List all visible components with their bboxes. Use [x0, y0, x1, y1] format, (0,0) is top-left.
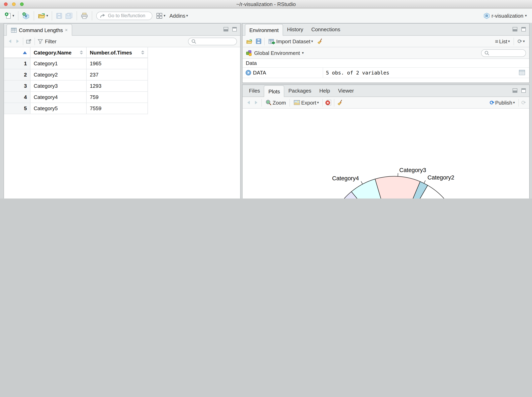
maximize-pane-icon[interactable]	[232, 27, 237, 32]
table-row[interactable]: 1Category11965	[4, 58, 148, 69]
save-all-icon	[65, 12, 73, 19]
goto-file-search[interactable]	[96, 12, 152, 20]
tab-command-lengths[interactable]: Command Lengths ×	[6, 24, 72, 36]
remove-plot-icon[interactable]	[325, 99, 332, 106]
open-file-button[interactable]: ▾	[36, 11, 49, 20]
list-icon: ≡	[495, 38, 498, 44]
publish-button[interactable]: ⟳ Publish ▾	[488, 99, 516, 106]
print-button[interactable]	[79, 12, 89, 20]
project-name-label: r-visualization	[492, 13, 523, 19]
save-workspace-icon[interactable]	[255, 38, 262, 44]
environment-search-box[interactable]	[481, 49, 526, 57]
search-icon	[484, 50, 489, 56]
load-workspace-folder-icon[interactable]	[246, 38, 253, 44]
clear-all-plots-broom-icon[interactable]	[337, 99, 343, 106]
plots-tabstrip: Files Plots Packages Help Viewer	[242, 85, 529, 97]
environment-view-list-button[interactable]: ≡ List ▾	[494, 37, 511, 45]
svg-text:R: R	[486, 14, 488, 18]
filter-icon[interactable]	[37, 38, 43, 44]
import-dataset-caret: ▾	[311, 39, 313, 43]
maximize-pane-icon[interactable]	[521, 27, 526, 32]
pie-label-Category3: Category3	[399, 167, 426, 173]
new-project-button[interactable]: R	[21, 11, 31, 20]
new-file-button[interactable]: ▾	[3, 11, 15, 20]
pane-layout-grid-icon	[156, 12, 163, 19]
new-file-caret: ▾	[13, 14, 14, 18]
export-plot-button[interactable]: Export ▾	[292, 99, 320, 106]
column-header-category-name[interactable]: Category.Name	[31, 47, 87, 58]
refresh-caret: ▾	[523, 39, 525, 43]
pie-label-tick	[424, 180, 425, 183]
goto-file-input[interactable]	[107, 12, 147, 19]
clear-environment-broom-icon[interactable]	[317, 38, 323, 44]
table-search-box[interactable]	[188, 37, 237, 45]
open-in-new-window-icon[interactable]	[26, 38, 32, 44]
table-row[interactable]: 5Category57559	[4, 103, 148, 114]
window-titlebar: ~/r-visualization - RStudio	[0, 0, 532, 8]
category-name-cell: Category4	[31, 92, 87, 103]
table-row[interactable]: 2Category2237	[4, 69, 148, 81]
sort-ascending-icon	[23, 51, 27, 54]
view-data-grid-icon[interactable]	[519, 70, 525, 75]
previous-plot-icon[interactable]	[246, 100, 252, 105]
new-project-icon: R	[22, 12, 30, 19]
addins-button[interactable]: Addins ▾	[168, 12, 189, 19]
pie-label-Category2: Category2	[428, 174, 454, 181]
next-plot-icon[interactable]	[253, 100, 259, 105]
import-dataset-icon	[268, 38, 275, 44]
open-file-caret: ▾	[46, 14, 48, 18]
filter-label[interactable]: Filter	[45, 38, 57, 44]
environment-object-row[interactable]: DATA 5 obs. of 2 variables	[242, 68, 529, 78]
tab-files[interactable]: Files	[245, 85, 264, 97]
save-button[interactable]	[55, 12, 64, 20]
tab-title: Command Lengths	[19, 27, 63, 33]
environment-tabstrip: Environment History Connections	[242, 24, 529, 36]
category-name-cell: Category5	[31, 103, 87, 114]
number-of-times-cell: 237	[87, 69, 148, 80]
tab-packages[interactable]: Packages	[285, 85, 315, 97]
minimize-pane-icon[interactable]	[512, 27, 518, 32]
object-name: DATA	[253, 70, 266, 76]
number-of-times-cell: 7559	[87, 103, 148, 114]
environment-scope-caret[interactable]: ▾	[302, 51, 304, 55]
tab-plots[interactable]: Plots	[264, 85, 285, 97]
sort-toggle-icon	[80, 50, 83, 55]
back-icon[interactable]	[7, 38, 13, 44]
minimize-pane-icon[interactable]	[223, 27, 229, 32]
zoom-label: Zoom	[273, 99, 286, 105]
index-column-header[interactable]	[4, 47, 31, 58]
tab-viewer[interactable]: Viewer	[334, 85, 358, 97]
save-all-button[interactable]	[64, 12, 74, 20]
tab-close-icon[interactable]: ×	[65, 28, 68, 32]
refresh-icon: ⟳	[517, 38, 522, 44]
refresh-plot-icon[interactable]: ⟳	[521, 100, 526, 105]
data-table-icon	[11, 27, 17, 33]
plots-toolbar: Zoom Export ▾ ⟳ Publish ▾ ⟳	[242, 97, 529, 109]
table-row[interactable]: 3Category31293	[4, 81, 148, 92]
pane-layout-button[interactable]: ▾	[155, 12, 167, 20]
table-search-input[interactable]	[198, 38, 233, 44]
project-caret: ▾	[525, 14, 527, 18]
project-r-cube-icon: R	[483, 12, 490, 19]
minimize-pane-icon[interactable]	[512, 88, 518, 93]
import-dataset-button[interactable]: Import Dataset ▾	[267, 37, 314, 45]
environment-scope-row: Global Environment ▾	[242, 47, 529, 59]
zoom-plot-button[interactable]: Zoom	[264, 99, 287, 106]
maximize-pane-icon[interactable]	[521, 88, 526, 93]
column-header-number-of-times[interactable]: Number.of.Times	[87, 47, 148, 58]
row-number-cell: 3	[4, 81, 31, 91]
expand-object-icon[interactable]	[245, 70, 251, 76]
table-row[interactable]: 4Category4759	[4, 92, 148, 103]
project-menu-button[interactable]: R r-visualization ▾	[482, 12, 528, 20]
tab-history[interactable]: History	[283, 24, 307, 35]
tab-environment[interactable]: Environment	[245, 24, 283, 36]
category-name-cell: Category2	[31, 69, 87, 80]
forward-icon[interactable]	[14, 38, 20, 44]
environment-refresh-button[interactable]: ⟳ ▾	[516, 38, 526, 45]
tab-connections[interactable]: Connections	[307, 24, 344, 35]
category-name-cell: Category1	[31, 58, 87, 69]
tab-help[interactable]: Help	[315, 85, 334, 97]
addins-caret: ▾	[186, 14, 188, 18]
environment-scope-label[interactable]: Global Environment	[254, 50, 300, 56]
environment-search-input[interactable]	[491, 50, 526, 56]
